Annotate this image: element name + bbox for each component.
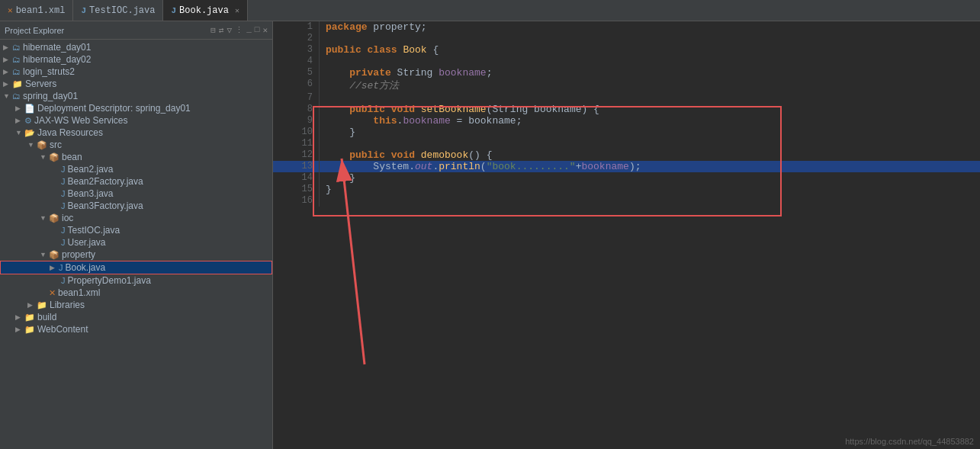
project-icon: 🗂	[12, 91, 21, 101]
service-icon: ⚙	[24, 116, 32, 126]
java-file-icon: J	[61, 238, 66, 247]
code-row-13: 13 System.out.println("book........."+bo…	[273, 161, 980, 172]
tree-label: hibernate_day01	[23, 42, 91, 53]
tree-item-hibernate2[interactable]: ▶ 🗂 hibernate_day02	[0, 53, 272, 66]
tree-label: TestIOC.java	[68, 225, 120, 236]
code-content: }	[319, 172, 980, 184]
maximize-icon[interactable]: □	[255, 25, 260, 35]
line-number: 5	[273, 67, 319, 79]
line-number: 10	[273, 127, 319, 138]
tree-item-user[interactable]: J User.java	[0, 236, 272, 249]
tree-label: JAX-WS Web Services	[34, 115, 127, 126]
code-content: System.out.println("book........."+bookn…	[319, 161, 980, 172]
tree-label: bean1.xml	[58, 287, 100, 298]
code-content	[319, 33, 980, 44]
tree-label: Libraries	[50, 300, 85, 310]
tree-label: Bean2Factory.java	[68, 176, 143, 187]
java-file-icon: J	[59, 263, 63, 272]
code-content	[319, 92, 980, 104]
tab-testioc-java[interactable]: J TestIOC.java	[73, 0, 163, 21]
explorer-header: Project Explorer ⊟ ⇄ ▽ ⋮ _ □ ✕	[0, 21, 272, 40]
minimize-icon[interactable]: _	[246, 25, 252, 35]
expand-arrow: ▼	[3, 92, 12, 100]
main-area: Project Explorer ⊟ ⇄ ▽ ⋮ _ □ ✕ ▶ 🗂 hiber…	[0, 21, 980, 449]
tree-label: Bean2.java	[68, 164, 114, 175]
tree-item-webcontent[interactable]: ▶ 📁 WebContent	[0, 323, 272, 335]
project-icon: 🗂	[12, 55, 21, 64]
code-content: //set方法	[319, 79, 980, 92]
xml-file-icon: ✕	[49, 288, 56, 298]
close-icon[interactable]: ✕	[262, 25, 268, 35]
explorer-actions: ⊟ ⇄ ▽ ⋮ _ □ ✕	[210, 25, 268, 35]
menu-icon[interactable]: ⋮	[235, 25, 243, 35]
line-number: 2	[273, 33, 319, 44]
tree-item-bean2factory[interactable]: J Bean2Factory.java	[0, 175, 272, 188]
project-icon: 🗂	[12, 43, 21, 52]
code-row-9: 9 this.bookname = bookname;	[273, 115, 980, 127]
src-icon: 📦	[37, 140, 47, 150]
code-content: public void setBookname(String bookname)…	[319, 104, 980, 115]
line-number: 7	[273, 92, 319, 104]
package-icon: 📦	[49, 152, 59, 162]
tree-item-bean2[interactable]: J Bean2.java	[0, 163, 272, 175]
tab-book-java[interactable]: J Book.java ✕	[163, 0, 247, 21]
tree-item-testioc[interactable]: J TestIOC.java	[0, 224, 272, 236]
expand-arrow: ▶	[15, 117, 24, 124]
tree-item-bean-pkg[interactable]: ▼ 📦 bean	[0, 151, 272, 163]
watermark: https://blog.csdn.net/qq_44853882	[845, 437, 974, 446]
line-number: 14	[273, 172, 319, 184]
tree-item-src[interactable]: ▼ 📦 src	[0, 139, 272, 151]
line-number: 8	[273, 104, 319, 115]
tree-item-bean3factory[interactable]: J Bean3Factory.java	[0, 200, 272, 212]
tree-item-spring[interactable]: ▼ 🗂 spring_day01	[0, 90, 272, 102]
explorer-tree: ▶ 🗂 hibernate_day01 ▶ 🗂 hibernate_day02 …	[0, 40, 272, 449]
tab-bean1-xml[interactable]: ✕ bean1.xml	[0, 0, 73, 21]
expand-arrow: ▼	[40, 251, 49, 258]
tree-item-servers[interactable]: ▶ 📁 Servers	[0, 78, 272, 90]
code-row-5: 5 private String bookname;	[273, 67, 980, 79]
filter-icon[interactable]: ▽	[227, 25, 233, 35]
tree-label: PropertyDemo1.java	[68, 275, 151, 286]
folder-icon: 📁	[24, 325, 35, 335]
close-icon[interactable]: ✕	[235, 6, 239, 15]
folder-icon: 📁	[37, 300, 47, 310]
expand-arrow: ▶	[3, 68, 12, 75]
tree-item-jaxws[interactable]: ▶ ⚙ JAX-WS Web Services	[0, 114, 272, 127]
expand-arrow: ▶	[15, 326, 24, 333]
tree-item-property-pkg[interactable]: ▼ 📦 property	[0, 249, 272, 261]
java-file-icon: J	[61, 201, 66, 210]
code-row-3: 3 public class Book {	[273, 44, 980, 56]
code-row-14: 14 }	[273, 172, 980, 184]
tree-item-hibernate1[interactable]: ▶ 🗂 hibernate_day01	[0, 41, 272, 53]
tree-item-ioc-pkg[interactable]: ▼ 📦 ioc	[0, 212, 272, 224]
java-file-icon: J	[61, 276, 66, 285]
expand-arrow: ▶	[50, 264, 59, 271]
folder-icon: 📁	[12, 79, 23, 89]
code-row-15: 15 }	[273, 184, 980, 195]
line-number: 15	[273, 184, 319, 195]
tree-item-bookjava[interactable]: ▶ J Book.java	[0, 261, 272, 274]
tree-item-deploy[interactable]: ▶ 📄 Deployment Descriptor: spring_day01	[0, 102, 272, 114]
collapse-icon[interactable]: ⊟	[210, 25, 216, 35]
code-editor[interactable]: 1 package property; 2 3 public class Boo…	[273, 21, 980, 449]
tree-item-bean3[interactable]: J Bean3.java	[0, 188, 272, 200]
tree-item-java-resources[interactable]: ▼ 📂 Java Resources	[0, 127, 272, 139]
tree-item-build[interactable]: ▶ 📁 build	[0, 311, 272, 323]
code-content: package property;	[319, 21, 980, 33]
expand-arrow: ▶	[27, 301, 37, 309]
folder-icon: 📂	[24, 128, 35, 138]
tree-item-libraries[interactable]: ▶ 📁 Libraries	[0, 299, 272, 311]
tree-label: bean	[62, 152, 82, 162]
code-row-4: 4	[273, 56, 980, 67]
line-number: 1	[273, 21, 319, 33]
tree-item-propdemo[interactable]: J PropertyDemo1.java	[0, 274, 272, 287]
project-explorer: Project Explorer ⊟ ⇄ ▽ ⋮ _ □ ✕ ▶ 🗂 hiber…	[0, 21, 273, 449]
link-icon[interactable]: ⇄	[219, 25, 224, 35]
tree-item-login[interactable]: ▶ 🗂 login_struts2	[0, 66, 272, 78]
tab-label: TestIOC.java	[89, 5, 155, 16]
xml-icon: ✕	[8, 5, 13, 15]
code-content: this.bookname = bookname;	[319, 115, 980, 127]
tree-label: Deployment Descriptor: spring_day01	[37, 103, 191, 114]
tree-item-bean1xml[interactable]: ✕ bean1.xml	[0, 287, 272, 299]
line-number: 12	[273, 149, 319, 161]
